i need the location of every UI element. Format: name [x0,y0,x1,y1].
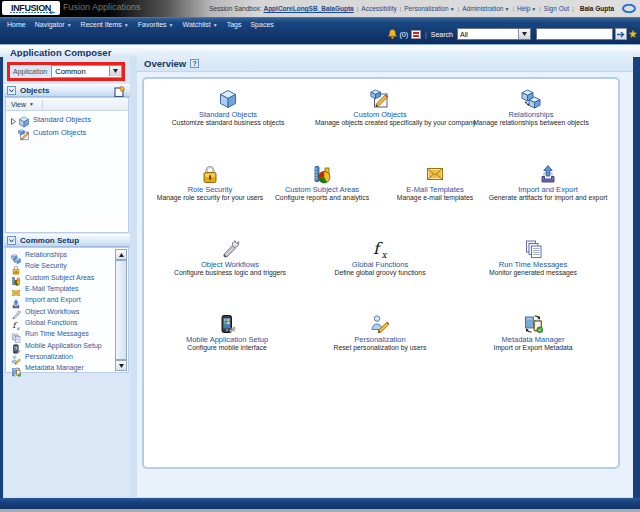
setup-item-role-security[interactable]: Role Security [6,260,116,271]
setup-item-label[interactable]: Relationships [25,251,67,258]
nav-item-home[interactable]: Home [7,21,26,28]
frame-left-edge [0,57,3,498]
saved-search-star-icon[interactable] [629,30,637,39]
person-pencil-icon[interactable] [315,313,445,334]
overview-item-metadata-manager: Metadata ManagerImport or Export Metadat… [468,313,598,352]
nav-item-recent-items[interactable]: Recent Items▼ [81,21,129,28]
lock-icon[interactable] [145,163,275,184]
setup-item-label[interactable]: Global Functions [25,319,78,326]
nav-item-watchlist[interactable]: Watchlist▼ [183,21,218,28]
search-scope-dropdown-button[interactable] [518,29,530,39]
watermark-text: Fusion Applications [63,2,141,12]
nav-item-navigator[interactable]: Navigator▼ [35,21,72,28]
application-composer-screen: INFUSION Fusion Applications Session San… [0,0,640,512]
nav-item-spaces[interactable]: Spaces [250,21,273,28]
cube-icon[interactable] [163,88,293,109]
nav-item-label: Watchlist [183,21,211,28]
setup-item-metadata-manager[interactable]: Metadata Manager [6,362,116,373]
setup-item-object-workflows[interactable]: Object Workflows [6,305,116,316]
overview-item-link[interactable]: Personalization [315,335,445,344]
tree-item-label[interactable]: Standard Objects [33,115,91,124]
tree-item-label[interactable]: Custom Objects [33,128,86,137]
search-label: Search [431,31,453,38]
overview-item-link[interactable]: Custom Subject Areas [257,185,387,194]
setup-item-global-functions[interactable]: fxGlobal Functions [6,317,116,328]
overview-item-link[interactable]: Import and Export [483,185,613,194]
view-menu-button[interactable]: View ▼ [11,101,34,108]
notification-count[interactable]: (0) [399,31,408,38]
overview-item-description: Manage role security for your users [145,194,275,202]
common-setup-section-header[interactable]: Common Setup [4,234,130,247]
nav-item-favorites[interactable]: Favorites▼ [138,21,174,28]
overview-item-link[interactable]: E-Mail Templates [370,185,500,194]
setup-item-label[interactable]: Run Time Messages [25,330,89,337]
fx-icon[interactable]: fx [315,238,445,259]
nav-item-tags[interactable]: Tags [227,21,242,28]
overview-item-link[interactable]: Relationships [466,110,596,119]
scrollbar-thumb[interactable] [115,260,127,360]
tree-item-custom-objects[interactable]: Custom Objects [6,126,128,139]
scroll-up-button[interactable] [115,249,127,260]
setup-item-label[interactable]: E-Mail Templates [25,285,79,292]
overview-item-link[interactable]: Standard Objects [163,110,293,119]
application-dropdown-button[interactable] [109,66,121,76]
setup-item-custom-subject-areas[interactable]: Custom Subject Areas [6,272,116,283]
setup-item-relationships[interactable]: Relationships [6,249,116,260]
session-sandbox-link[interactable]: ApplCoreLongSB_BalaGupta [263,5,353,12]
metadata-icon[interactable] [468,313,598,334]
setup-item-label[interactable]: Import and Export [25,296,81,303]
flag-report-icon[interactable] [411,30,421,39]
scroll-down-button[interactable] [115,360,127,371]
overview-item-link[interactable]: Metadata Manager [468,335,598,344]
setup-item-label[interactable]: Mobile Application Setup [25,342,102,349]
collapse-icon[interactable] [7,236,16,245]
overview-item-description: Configure business logic and triggers [165,269,295,277]
new-object-icon[interactable] [114,86,125,97]
setup-item-personalization[interactable]: Personalization [6,351,116,362]
utility-link-sign-out[interactable]: Sign Out [544,5,569,12]
documents-icon[interactable] [468,238,598,259]
setup-item-import-and-export[interactable]: Import and Export [6,294,116,305]
setup-item-label[interactable]: Personalization [25,353,73,360]
tree-item-standard-objects[interactable]: Standard Objects [6,113,128,126]
setup-item-mobile-application-setup[interactable]: Mobile Application Setup [6,339,116,350]
overview-item-link[interactable]: Global Functions [315,260,445,269]
cube-pencil-icon[interactable] [315,88,445,109]
scrollbar[interactable] [115,249,127,371]
separator: | [400,6,402,12]
utility-link-personalization[interactable]: Personalization [404,5,448,12]
setup-item-label[interactable]: Role Security [25,262,67,269]
search-go-button[interactable] [615,28,627,40]
overview-item-link[interactable]: Run Time Messages [468,260,598,269]
overview-item-link[interactable]: Mobile Application Setup [162,335,292,344]
setup-item-label[interactable]: Metadata Manager [25,364,84,371]
collapse-icon[interactable] [7,86,16,95]
application-selector-highlight: Application Common [7,62,125,81]
search-input[interactable] [536,28,613,40]
utility-link-administration[interactable]: Administration [462,5,503,12]
setup-item-label[interactable]: Custom Subject Areas [25,274,94,281]
notifications-bell-icon[interactable] [388,29,397,39]
help-icon[interactable]: ? [190,59,199,68]
overview-item-custom-objects: Custom ObjectsManage objects created spe… [315,88,445,127]
mobile-icon [11,340,21,350]
overview-item-link[interactable]: Custom Objects [315,110,445,119]
envelope-icon[interactable] [370,163,500,184]
overview-item-link[interactable]: Object Workflows [165,260,295,269]
utility-link-accessibility[interactable]: Accessibility [361,5,396,12]
search-scope-select[interactable]: All [457,28,531,40]
cube-pencil-icon [18,127,30,139]
relationships-icon[interactable] [466,88,596,109]
wrench-icon[interactable] [165,238,295,259]
import-export-icon[interactable] [483,163,613,184]
chart-icon[interactable] [257,163,387,184]
application-select[interactable]: Common [51,65,122,78]
utility-link-help[interactable]: Help [517,5,530,12]
objects-section-header[interactable]: Objects [4,84,130,97]
overview-item-link[interactable]: Role Security [145,185,275,194]
setup-item-label[interactable]: Object Workflows [25,308,79,315]
setup-item-e-mail-templates[interactable]: E-Mail Templates [6,283,116,294]
expand-arrow-icon[interactable] [9,111,17,129]
setup-item-run-time-messages[interactable]: Run Time Messages [6,328,116,339]
mobile-icon[interactable] [162,313,292,334]
